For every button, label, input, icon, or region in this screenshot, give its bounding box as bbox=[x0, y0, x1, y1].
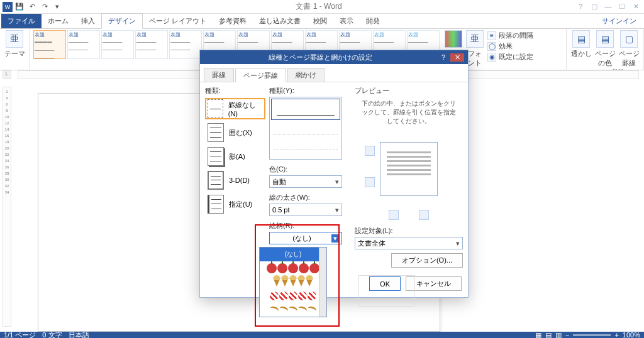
chevron-down-icon: ▾ bbox=[331, 234, 339, 243]
window-controls: ? ▢ — ☐ ✕ bbox=[575, 3, 641, 11]
gallery-item[interactable]: 表題──────── bbox=[169, 30, 202, 59]
page-color-label: ページの色 bbox=[594, 49, 616, 68]
page-color-button[interactable]: ▤ページの色 bbox=[594, 30, 616, 68]
preview-bottom-button[interactable] bbox=[365, 177, 375, 187]
undo-icon[interactable]: ↶ bbox=[26, 1, 38, 13]
page-color-icon: ▤ bbox=[596, 30, 614, 48]
watermark-icon: ▤ bbox=[572, 30, 590, 48]
effects-button[interactable]: ◯効果 bbox=[487, 41, 533, 52]
setting-none-icon bbox=[208, 99, 223, 118]
art-combo[interactable]: (なし)▾ bbox=[269, 232, 342, 244]
applyto-label: 設定対象(L): bbox=[355, 225, 463, 237]
watermark-label: 透かし bbox=[570, 49, 592, 58]
tab-design[interactable]: デザイン bbox=[101, 13, 143, 29]
para-spacing-icon: ≡ bbox=[487, 31, 496, 40]
dialog-close-icon[interactable]: ✕ bbox=[450, 53, 464, 62]
gallery-item[interactable]: 表題──────── bbox=[101, 30, 134, 59]
style-label: 種類(Y): bbox=[269, 85, 351, 97]
page-borders-button[interactable]: ▢ページ罫線 bbox=[618, 30, 640, 68]
zoom-level[interactable]: 100% bbox=[623, 332, 640, 338]
watermark-button[interactable]: ▤透かし bbox=[570, 30, 592, 58]
qat-customize-icon[interactable]: ▾ bbox=[52, 1, 63, 13]
signin-link[interactable]: サインイン bbox=[599, 14, 639, 28]
tab-insert[interactable]: 挿入 bbox=[75, 14, 101, 28]
page-borders-icon: ▢ bbox=[620, 30, 638, 48]
view-print-icon[interactable]: ▦ bbox=[535, 332, 541, 338]
color-combo[interactable]: 自動▾ bbox=[269, 175, 342, 188]
style-listbox[interactable] bbox=[269, 97, 342, 160]
tab-references[interactable]: 参考資料 bbox=[213, 14, 253, 28]
themes-button[interactable]: 亜 テーマ bbox=[4, 30, 25, 58]
tab-file[interactable]: ファイル bbox=[1, 14, 42, 28]
tab-mailings[interactable]: 差し込み文書 bbox=[253, 14, 307, 28]
setting-3d-icon bbox=[208, 171, 224, 190]
gallery-item[interactable]: 表題──────── bbox=[135, 30, 168, 59]
status-lang[interactable]: 日本語 bbox=[69, 332, 89, 338]
chevron-down-icon: ▾ bbox=[456, 239, 460, 248]
art-label: 絵柄(R): bbox=[269, 220, 351, 232]
help-icon[interactable]: ? bbox=[575, 3, 586, 11]
status-words[interactable]: 0 文字 bbox=[42, 332, 62, 338]
setting-custom-icon bbox=[208, 195, 224, 214]
dialog-buttons: OK キャンセル bbox=[200, 273, 468, 297]
dialog-tab-borders[interactable]: 罫線 bbox=[204, 68, 234, 82]
art-option-none[interactable]: (なし) bbox=[260, 248, 326, 261]
width-combo[interactable]: 0.5 pt▾ bbox=[269, 204, 342, 216]
art-option-candy[interactable] bbox=[260, 289, 326, 303]
applyto-combo[interactable]: 文書全体▾ bbox=[355, 237, 463, 249]
close-icon[interactable]: ✕ bbox=[630, 3, 641, 11]
setting-label: 種類: bbox=[205, 85, 265, 97]
setting-shadow[interactable]: 影(A) bbox=[205, 146, 265, 167]
themes-icon: 亜 bbox=[6, 30, 23, 48]
tab-view[interactable]: 表示 bbox=[333, 14, 360, 28]
set-default-button[interactable]: ◉既定に設定 bbox=[487, 52, 533, 62]
maximize-icon[interactable]: ☐ bbox=[616, 3, 628, 11]
status-bar: 1/1 ページ 0 文字 日本語 ▦ ▤ ▥ − + 100% bbox=[0, 332, 644, 338]
gallery-item[interactable]: 表題──────── bbox=[67, 30, 100, 59]
minimize-icon[interactable]: — bbox=[602, 3, 614, 11]
dialog-tab-shading[interactable]: 網かけ bbox=[287, 68, 325, 82]
art-option-swirl[interactable] bbox=[260, 303, 326, 317]
setting-3d[interactable]: 3-D(D) bbox=[205, 170, 265, 191]
save-icon[interactable]: 💾 bbox=[14, 1, 25, 13]
page-borders-label: ページ罫線 bbox=[618, 49, 640, 68]
quick-access-toolbar: W 💾 ↶ ↷ ▾ bbox=[3, 1, 63, 13]
art-option-icecream[interactable] bbox=[260, 275, 326, 289]
group-page-background: ▤透かし ▤ページの色 ▢ページ罫線 ページの背景 bbox=[567, 29, 644, 70]
tab-developer[interactable]: 開発 bbox=[360, 14, 386, 28]
zoom-slider[interactable] bbox=[573, 334, 611, 336]
zoom-in-icon[interactable]: + bbox=[614, 332, 618, 338]
paragraph-spacing-button[interactable]: ≡段落の間隔 bbox=[487, 30, 533, 41]
tab-review[interactable]: 校閲 bbox=[307, 14, 333, 28]
fonts-icon: 亜 bbox=[466, 30, 484, 48]
preview-top-button[interactable] bbox=[365, 146, 375, 156]
dropdown-scrollbar[interactable] bbox=[319, 248, 326, 317]
art-option-apples[interactable] bbox=[260, 261, 326, 275]
group-themes: 亜 テーマ bbox=[0, 29, 30, 70]
ruler-corner[interactable]: L bbox=[3, 70, 11, 79]
setting-box[interactable]: 囲む(X) bbox=[205, 122, 265, 143]
tab-home[interactable]: ホーム bbox=[42, 14, 75, 28]
art-dropdown-list[interactable]: (なし) bbox=[259, 247, 327, 317]
preview-left-button[interactable] bbox=[389, 210, 399, 220]
status-page[interactable]: 1/1 ページ bbox=[4, 332, 36, 338]
dialog-titlebar[interactable]: 線種とページ罫線と網かけの設定 ? ✕ bbox=[200, 50, 468, 64]
ribbon-options-icon[interactable]: ▢ bbox=[589, 3, 600, 11]
options-button[interactable]: オプション(O)... bbox=[391, 253, 463, 268]
dialog-help-icon[interactable]: ? bbox=[436, 53, 450, 61]
setting-shadow-icon bbox=[208, 147, 224, 166]
view-read-icon[interactable]: ▤ bbox=[545, 332, 552, 338]
preview-right-button[interactable] bbox=[419, 210, 429, 220]
tab-layout[interactable]: ページ レイアウト bbox=[143, 14, 213, 28]
preview-label: プレビュー bbox=[355, 85, 463, 97]
view-web-icon[interactable]: ▥ bbox=[555, 332, 562, 338]
setting-none[interactable]: 罫線なし(N) bbox=[205, 98, 265, 119]
gallery-item[interactable]: 表題━━━━──────── bbox=[33, 30, 66, 59]
window-title: 文書 1 - Word bbox=[63, 1, 575, 12]
dialog-tab-page-border[interactable]: ページ罫線 bbox=[235, 68, 286, 82]
redo-icon[interactable]: ↷ bbox=[39, 1, 50, 13]
setting-custom[interactable]: 指定(U) bbox=[205, 194, 265, 215]
vertical-ruler[interactable]: 246810121416182022242628303234 bbox=[3, 87, 11, 327]
preview-page[interactable] bbox=[380, 142, 438, 196]
zoom-out-icon[interactable]: − bbox=[565, 332, 569, 338]
